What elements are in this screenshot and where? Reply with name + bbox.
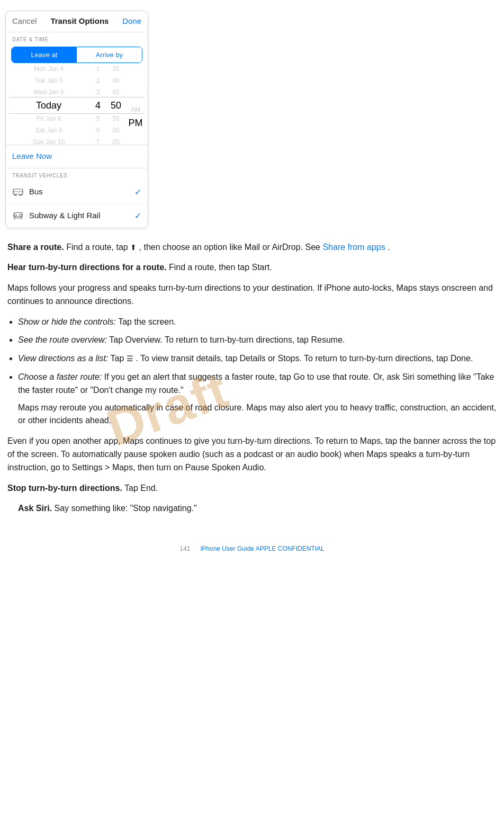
stop-directions-bold: Stop turn-by-turn directions. [7,484,122,493]
faster-route-italic: Choose a faster route: [18,372,102,381]
share-route-paragraph: Share a route. Find a route, tap ⬆ , the… [7,241,497,254]
stop-directions-paragraph: Stop turn-by-turn directions. Tap End. [7,482,497,495]
route-overview-text: Tap Overview. To return to turn-by-turn … [109,335,345,344]
date-time-picker[interactable]: Mon Jan 4 Tue Jan 5 Wed Jan 6 Today Fri … [6,66,148,145]
share-from-apps-link[interactable]: Share from apps [322,243,385,252]
faster-route-sub: Maps may reroute you automatically in ca… [18,401,497,428]
list-icon-inline: ☰ [127,354,133,363]
picker-day-item: Tue Jan 5 [8,75,89,86]
maps-follows-paragraph: Maps follows your progress and speaks tu… [7,282,497,308]
picker-hour-item-selected: 4 [89,98,106,113]
hear-directions-paragraph: Hear turn-by-turn directions for a route… [7,261,497,274]
transit-subway-item[interactable]: Subway & Light Rail ✓ [6,204,148,228]
share-route-text2: , then choose an option like Mail or Air… [139,243,323,252]
hear-directions-text: Find a route, then tap Start. [169,263,272,272]
svg-line-10 [14,218,15,220]
bullet-show-hide: Show or hide the controls: Tap the scree… [18,316,497,329]
picker-day-item: Fri Jan 8 [8,113,89,124]
hour-picker-col[interactable]: 1 2 3 4 5 6 7 [89,66,106,145]
show-hide-italic: Show or hide the controls: [18,317,116,326]
card-header: Cancel Transit Options Done [6,11,148,32]
done-button[interactable]: Done [122,15,141,28]
picker-day-item-selected: Today [8,98,89,113]
date-time-section: DATE & TIME Leave at Arrive by Mon Jan 4… [6,32,148,145]
rail-icon [12,212,24,220]
ask-siri-bold: Ask Siri. [18,504,52,513]
svg-point-7 [15,214,17,216]
picker-day-item: Mon Jan 4 [8,66,89,75]
leave-now-button[interactable]: Leave Now [6,145,148,168]
page-footer: 141 iPhone User Guide APPLE CONFIDENTIAL [0,533,504,559]
picker-hour-item: 2 [89,75,106,86]
share-route-text1: Find a route, tap [66,243,130,252]
picker-minute-item: 35 [106,66,125,75]
picker-day-item: Sat Jan 9 [8,124,89,136]
picker-hour-item: 3 [89,86,106,98]
picker-hour-item: 5 [89,113,106,124]
leave-at-button[interactable]: Leave at [12,47,77,63]
share-route-bold: Share a route. [7,243,64,252]
view-list-text2: . To view transit details, tap Details o… [136,354,473,363]
view-list-text1: Tap [111,354,127,363]
day-picker-col[interactable]: Mon Jan 4 Tue Jan 5 Wed Jan 6 Today Fri … [8,66,89,145]
picker-hour-item: 6 [89,124,106,136]
bus-checkmark: ✓ [134,186,141,199]
bullet-list: Show or hide the controls: Tap the scree… [7,316,497,428]
route-overview-italic: See the route overview: [18,335,107,344]
show-hide-text: Tap the screen. [118,317,176,326]
even-if-paragraph: Even if you open another app, Maps conti… [7,435,497,474]
transit-bus-item[interactable]: Bus ✓ [6,181,148,204]
transit-vehicles-label: TRANSIT VEHICLES [6,168,148,181]
picker-ampm-item: AM [125,104,146,115]
bus-label: Bus [29,186,134,198]
picker-hour-item: 7 [89,136,106,145]
picker-minute-item: 45 [106,86,125,98]
bullet-faster-route: Choose a faster route: If you get an ale… [18,371,497,427]
ask-siri-paragraph: Ask Siri. Say something like: "Stop navi… [18,502,497,515]
date-time-label: DATE & TIME [6,32,148,44]
picker-minute-item: 40 [106,75,125,86]
bullet-route-overview: See the route overview: Tap Overview. To… [18,334,497,347]
view-list-italic: View directions as a list: [18,354,108,363]
body-content: Share a route. Find a route, tap ⬆ , the… [0,239,504,534]
ampm-picker-col[interactable]: AM PM [125,80,146,130]
svg-line-11 [21,218,22,220]
arrive-by-button[interactable]: Arrive by [77,47,142,63]
ask-siri-text: Say something like: "Stop navigating." [54,504,196,513]
cancel-button[interactable]: Cancel [12,15,37,28]
subway-rail-label: Subway & Light Rail [29,210,134,222]
share-route-text3: . [388,243,390,252]
picker-ampm-item-selected: PM [125,115,146,130]
minute-picker-col[interactable]: 35 40 45 50 55 00 05 [106,66,125,145]
picker-day-item: Wed Jan 6 [8,86,89,98]
picker-day-item: Sun Jan 10 [8,136,89,145]
leave-arrive-toggle[interactable]: Leave at Arrive by [11,47,142,64]
picker-minute-item-selected: 50 [106,98,125,113]
bullet-view-list: View directions as a list: Tap ☰ . To vi… [18,352,497,365]
footer-link[interactable]: iPhone User Guide APPLE CONFIDENTIAL [201,545,325,552]
stop-directions-text: Tap End. [124,484,158,493]
share-icon-inline: ⬆ [130,243,137,252]
picker-minute-item: 55 [106,113,125,124]
phone-ui-card: Cancel Transit Options Done DATE & TIME … [5,11,148,228]
transit-options-title: Transit Options [50,15,109,28]
svg-point-8 [20,214,22,216]
page-number: 141 [179,545,190,552]
picker-hour-item: 1 [89,66,106,75]
transit-vehicles-section: TRANSIT VEHICLES Bus ✓ [6,168,148,228]
svg-rect-6 [14,212,22,218]
picker-minute-item: 00 [106,124,125,136]
hear-directions-bold: Hear turn-by-turn directions for a route… [7,263,166,272]
picker-minute-item: 05 [106,136,125,145]
bus-icon [12,188,24,196]
subway-checkmark: ✓ [134,210,141,222]
